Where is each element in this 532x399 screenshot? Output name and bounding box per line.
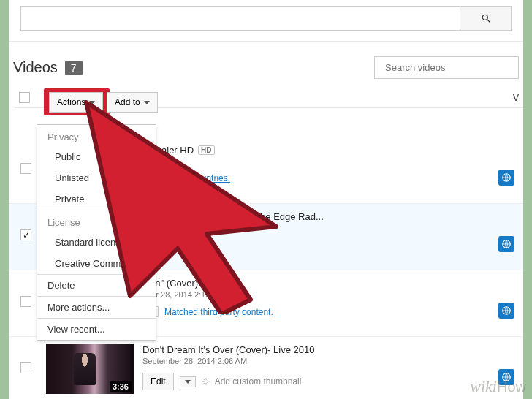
page-header: Videos 7	[9, 56, 523, 79]
video-count-badge: 7	[65, 61, 83, 75]
row-checkbox[interactable]	[20, 296, 31, 307]
caret-down-icon	[144, 101, 150, 104]
page-title: Videos	[13, 59, 58, 76]
hd-badge: HD	[198, 145, 214, 155]
edit-button[interactable]: Edit	[142, 373, 174, 390]
search-icon	[481, 13, 491, 23]
sparkle-icon	[202, 377, 210, 386]
caret-down-icon	[185, 380, 191, 384]
dropdown-section-license: License	[37, 210, 156, 232]
caret-down-icon	[89, 101, 95, 104]
video-title: Don't Dream It's Over (Cover)- Live 2010	[142, 344, 314, 355]
actions-button[interactable]: Actions	[49, 92, 103, 113]
top-search-bar	[20, 6, 512, 31]
toolbar-right-letter: V	[513, 93, 519, 103]
dropdown-item-view-recent[interactable]: View recent...	[37, 319, 156, 340]
visibility-public-icon[interactable]	[498, 303, 514, 319]
matched-content-link[interactable]: Matched third party content.	[164, 307, 273, 317]
select-all-checkbox[interactable]	[19, 92, 30, 103]
edit-dropdown-button[interactable]	[180, 376, 196, 387]
svg-line-1	[487, 20, 490, 23]
toolbar: Actions Add to V	[15, 88, 523, 108]
search-input[interactable]	[21, 7, 460, 30]
search-button[interactable]	[460, 7, 511, 30]
row-checkbox[interactable]	[20, 163, 31, 174]
video-date: M	[142, 157, 498, 166]
video-row: 3:36 Don't Dream It's Over (Cover)- Live…	[9, 337, 523, 399]
dropdown-section-privacy: Privacy	[37, 125, 156, 146]
video-date: nber 28, 2014 2:15 AM	[142, 290, 498, 299]
visibility-public-icon[interactable]	[498, 369, 514, 385]
video-thumbnail[interactable]: 3:36	[46, 344, 134, 394]
actions-label: Actions	[57, 97, 86, 107]
dropdown-item-standard-license[interactable]: Standard license	[37, 232, 156, 253]
visibility-public-icon[interactable]	[498, 236, 514, 252]
add-custom-thumbnail[interactable]: Add custom thumbnail	[202, 376, 302, 387]
dropdown-item-creative-commons[interactable]: Creative Commons	[37, 253, 156, 274]
row-checkbox[interactable]	[20, 229, 31, 240]
dropdown-item-private[interactable]: Private	[37, 189, 156, 210]
add-to-label: Add to	[115, 97, 140, 107]
dropdown-item-unlisted[interactable]: Unlisted	[37, 167, 156, 189]
search-videos-input[interactable]	[374, 56, 519, 79]
add-custom-thumbnail-fragment[interactable]: n thumbnail	[164, 240, 210, 251]
row-checkbox[interactable]	[20, 362, 31, 373]
dropdown-item-public[interactable]: Public	[37, 146, 156, 167]
video-title: (Cover)- Edz of Verona @ The Edge Rad...	[142, 211, 324, 222]
actions-dropdown: Privacy Public Unlisted Private License …	[37, 124, 156, 341]
visibility-public-icon[interactable]	[498, 170, 514, 186]
dropdown-item-more-actions[interactable]: More actions...	[37, 297, 156, 318]
video-duration: 3:36	[110, 381, 132, 392]
add-to-button[interactable]: Add to	[107, 92, 158, 113]
video-date: AM	[142, 224, 498, 232]
dropdown-item-delete[interactable]: Delete	[37, 275, 156, 296]
svg-point-0	[482, 15, 487, 20]
video-date: September 28, 2014 2:06 AM	[142, 357, 498, 365]
